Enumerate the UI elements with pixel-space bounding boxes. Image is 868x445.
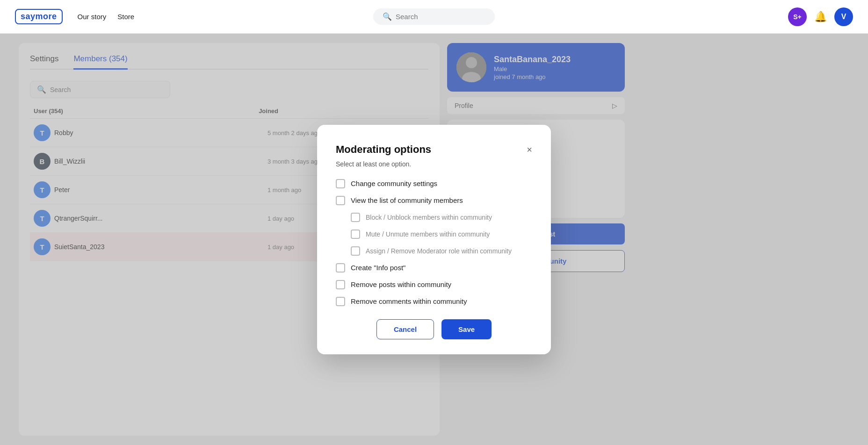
modal-close-button[interactable]: × — [527, 145, 532, 154]
checkbox-label: Assign / Remove Moderator role within co… — [366, 247, 512, 255]
checkbox-box[interactable] — [336, 263, 345, 273]
splus-button[interactable]: S+ — [788, 7, 807, 26]
checkbox-box[interactable] — [351, 230, 360, 239]
modal-title: Moderating options — [336, 144, 431, 156]
modal-subtitle: Select at least one option. — [336, 160, 532, 168]
modal-backdrop: Moderating options × Select at least one… — [0, 34, 868, 445]
navbar: saymore Our story Store 🔍 S+ 🔔 V — [0, 0, 868, 34]
checkbox-label: Change community settings — [351, 179, 437, 187]
checkbox-item[interactable]: View the list of community members — [336, 196, 532, 205]
checkbox-box[interactable] — [336, 179, 345, 188]
checkbox-label: Mute / Unmute members within community — [366, 230, 490, 238]
checkbox-label: Create "Info post" — [351, 264, 405, 272]
bell-icon[interactable]: 🔔 — [814, 11, 827, 23]
checkbox-label: Remove comments within community — [351, 297, 467, 305]
checkbox-box[interactable] — [351, 213, 360, 222]
checkbox-item[interactable]: Mute / Unmute members within community — [336, 230, 532, 239]
checkbox-label: Block / Unblock members within community — [366, 214, 492, 221]
nav-right: S+ 🔔 V — [788, 7, 853, 26]
checkbox-box[interactable] — [351, 246, 360, 256]
checkbox-item[interactable]: Create "Info post" — [336, 263, 532, 273]
checkbox-label: View the list of community members — [351, 196, 463, 204]
checkbox-label: Remove posts within community — [351, 280, 451, 288]
checkbox-item[interactable]: Block / Unblock members within community — [336, 213, 532, 222]
save-button[interactable]: Save — [441, 319, 492, 339]
cancel-button[interactable]: Cancel — [376, 319, 434, 339]
modal-actions: Cancel Save — [336, 319, 532, 339]
checkbox-item[interactable]: Remove comments within community — [336, 297, 532, 306]
checkbox-box[interactable] — [336, 196, 345, 205]
checkbox-item[interactable]: Change community settings — [336, 179, 532, 188]
logo-text[interactable]: saymore — [15, 9, 63, 24]
moderating-options-modal: Moderating options × Select at least one… — [317, 125, 551, 354]
checkbox-group: Change community settingsView the list o… — [336, 179, 532, 306]
checkbox-item[interactable]: Remove posts within community — [336, 280, 532, 289]
search-icon: 🔍 — [383, 12, 392, 21]
nav-store[interactable]: Store — [117, 13, 134, 21]
modal-header: Moderating options × — [336, 144, 532, 156]
nav-links: Our story Store — [78, 13, 135, 21]
checkbox-item[interactable]: Assign / Remove Moderator role within co… — [336, 246, 532, 256]
search-bar[interactable]: 🔍 — [373, 8, 495, 25]
checkbox-box[interactable] — [336, 280, 345, 289]
main-area: Settings Members (354) 🔍 User (354) Join… — [0, 34, 868, 445]
logo[interactable]: saymore — [15, 9, 63, 24]
checkbox-box[interactable] — [336, 297, 345, 306]
nav-our-story[interactable]: Our story — [78, 13, 107, 21]
search-input[interactable] — [396, 13, 485, 21]
user-avatar[interactable]: V — [834, 7, 853, 26]
